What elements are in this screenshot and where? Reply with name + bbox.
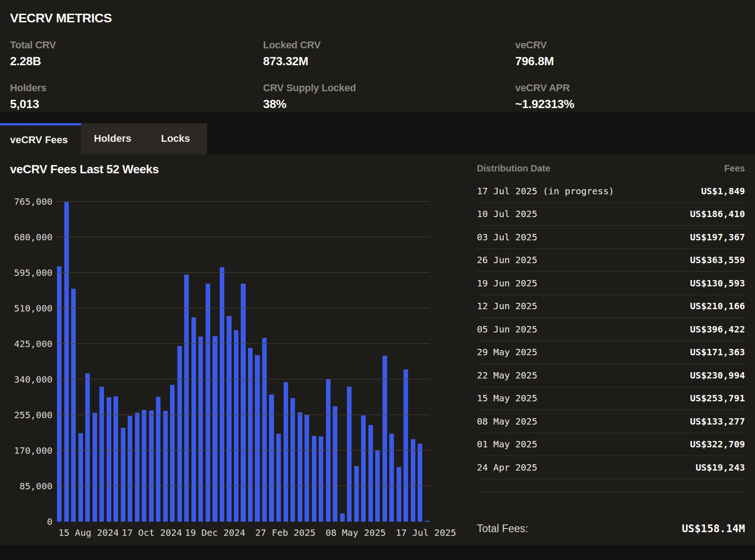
fee-bar[interactable] (312, 436, 316, 522)
metric-holders: Holders 5,013 (10, 82, 263, 111)
distribution-date-cell: 22 May 2025 (477, 370, 537, 381)
fee-bar[interactable] (340, 513, 345, 522)
tab-locks[interactable]: Locks (144, 123, 207, 154)
total-row: Total Fees: US$158.14M (477, 523, 745, 535)
tab-holders[interactable]: Holders (81, 123, 144, 154)
column-header-distribution-date: Distribution Date (477, 163, 550, 174)
fees-panel: Distribution Date Fees 17 Jul 2025 (in p… (477, 154, 755, 545)
metric-vecrv-apr: veCRV APR ~1.92313% (515, 82, 745, 111)
fee-bar[interactable] (368, 425, 373, 522)
y-tick-label: 765,000 (14, 196, 52, 207)
fee-bar[interactable] (361, 415, 366, 522)
fee-bar[interactable] (403, 369, 408, 522)
page-title: VECRV METRICS (10, 11, 745, 26)
fee-bar[interactable] (389, 434, 394, 522)
fee-bar[interactable] (107, 397, 111, 522)
fee-bar[interactable] (163, 411, 168, 522)
chart-section: veCRV Fees Last 52 Weeks 765,000680,0005… (0, 154, 460, 545)
metric-label: veCRV APR (515, 82, 745, 94)
table-row: 08 May 2025US$133,277 (477, 410, 745, 433)
fee-bar[interactable] (121, 428, 125, 522)
fee-bar[interactable] (149, 410, 154, 522)
fee-bar[interactable] (418, 444, 422, 522)
table-row: 19 Jun 2025US$130,593 (477, 272, 745, 295)
fee-bar[interactable] (177, 346, 182, 522)
fee-bar[interactable] (411, 439, 415, 522)
distribution-date-cell: 17 Jul 2025 (in progress) (477, 186, 614, 197)
fee-value-cell: US$363,559 (690, 254, 745, 265)
fee-bar[interactable] (269, 394, 274, 522)
fee-bar[interactable] (248, 348, 253, 522)
metric-total-crv: Total CRV 2.28B (10, 39, 263, 68)
main-content: veCRV Fees Last 52 Weeks 765,000680,0005… (0, 154, 755, 545)
fee-bar[interactable] (319, 436, 323, 522)
fee-bar[interactable] (198, 337, 203, 522)
fee-bar[interactable] (212, 336, 217, 522)
y-tick-label: 680,000 (14, 232, 52, 243)
fee-bar[interactable] (170, 385, 175, 522)
fee-bar[interactable] (347, 387, 352, 522)
fee-bar[interactable] (234, 330, 238, 522)
distribution-date-cell: 08 May 2025 (477, 416, 537, 427)
y-tick-label: 0 (47, 516, 52, 527)
fee-bar[interactable] (99, 387, 104, 522)
fee-value-cell: US$133,277 (690, 416, 745, 427)
metrics-grid: Total CRV 2.28B Locked CRV 873.32M veCRV… (10, 39, 745, 111)
metric-label: Holders (10, 82, 263, 94)
fee-bar[interactable] (85, 373, 90, 522)
metric-locked-crv: Locked CRV 873.32M (263, 39, 515, 68)
gridline (57, 308, 429, 308)
fee-bar[interactable] (290, 398, 295, 522)
x-tick-label: 15 Aug 2024 (58, 527, 119, 538)
gridline (57, 201, 429, 202)
gridline (57, 486, 429, 486)
fee-bar[interactable] (135, 413, 140, 522)
fee-bar[interactable] (184, 275, 189, 522)
y-tick-label: 170,000 (14, 445, 52, 456)
tabbar: veCRV Fees Holders Locks (0, 112, 755, 154)
fee-bar[interactable] (114, 396, 118, 522)
fee-bar[interactable] (156, 397, 160, 522)
table-row: 17 Jul 2025 (in progress)US$1,849 (477, 180, 745, 203)
fee-bar[interactable] (397, 467, 401, 522)
fee-value-cell: US$186,410 (690, 208, 745, 219)
fee-value-cell: US$197,367 (690, 232, 745, 243)
metric-label: Total CRV (10, 39, 263, 51)
fee-bar[interactable] (128, 416, 132, 522)
gridline (57, 379, 429, 379)
fee-bar[interactable] (383, 356, 387, 522)
fee-bar[interactable] (227, 316, 231, 522)
fee-value-cell: US$19,243 (696, 462, 745, 473)
distribution-date-cell: 01 May 2025 (477, 439, 537, 450)
metric-value: 38% (263, 97, 515, 111)
metric-label: veCRV (515, 39, 745, 51)
fee-bar[interactable] (262, 338, 267, 522)
fee-bar[interactable] (354, 466, 359, 522)
distribution-date-cell: 05 Jun 2025 (477, 324, 537, 335)
distribution-date-cell: 12 Jun 2025 (477, 301, 537, 311)
fee-bar[interactable] (220, 267, 224, 522)
fee-bar[interactable] (276, 434, 281, 522)
metric-vecrv: veCRV 796.8M (515, 39, 745, 68)
fee-bar[interactable] (284, 382, 288, 522)
fee-bar[interactable] (142, 410, 146, 522)
fee-bar[interactable] (191, 317, 196, 522)
x-axis: 15 Aug 202417 Oct 202419 Dec 202427 Feb … (57, 522, 429, 543)
fee-bar[interactable] (255, 355, 259, 522)
tab-vecrv-fees[interactable]: veCRV Fees (0, 123, 81, 154)
metric-value: 796.8M (515, 54, 745, 68)
fee-bar[interactable] (71, 289, 76, 522)
table-row: 01 May 2025US$322,709 (477, 433, 745, 456)
footer-strip (0, 545, 755, 560)
fee-bar[interactable] (57, 266, 62, 522)
fee-bar[interactable] (333, 406, 337, 522)
distribution-date-cell: 26 Jun 2025 (477, 254, 537, 265)
fee-bar[interactable] (93, 413, 97, 522)
metric-label: CRV Supply Locked (263, 82, 515, 94)
fee-bar[interactable] (78, 433, 83, 522)
fee-bar[interactable] (298, 412, 302, 522)
table-row: 15 May 2025US$253,791 (477, 387, 745, 410)
fee-bar[interactable] (64, 202, 69, 522)
gridline (57, 343, 429, 344)
fee-bar[interactable] (305, 415, 309, 522)
